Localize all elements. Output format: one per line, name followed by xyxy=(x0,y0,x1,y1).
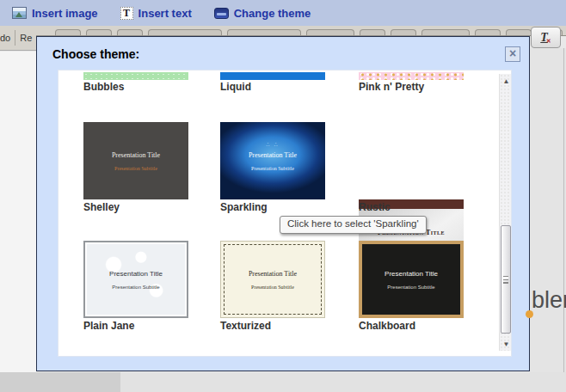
slide-subtitle: Presentation Subtitle xyxy=(387,285,434,290)
toolbar-stub xyxy=(306,29,354,35)
slide-title: Presentation Title xyxy=(385,270,438,278)
close-icon[interactable]: × xyxy=(505,46,520,62)
slide-subtitle: Presentation Subtitle xyxy=(251,166,294,171)
insert-text-icon: T xyxy=(120,7,133,20)
toolbar-stub xyxy=(421,29,470,35)
theme-label-texturized[interactable]: Texturized xyxy=(220,320,341,332)
panel-border xyxy=(563,48,564,372)
background-left-area xyxy=(0,52,36,372)
background-toolbar-row xyxy=(0,26,566,36)
theme-thumbnail-texturized[interactable]: Presentation Title Presentation Subtitle xyxy=(220,241,325,318)
background-bottom-left-block xyxy=(0,372,120,392)
tooltip: Click here to select 'Sparkling' xyxy=(280,216,427,234)
theme-thumbnail-bubbles[interactable] xyxy=(83,72,188,80)
insert-text-label: Insert text xyxy=(138,7,192,20)
slide-title: Presentation Title xyxy=(112,151,160,159)
slide-subtitle: Presentation Subtitle xyxy=(251,285,294,290)
redo-button-partial[interactable]: Re xyxy=(20,33,32,43)
slide-subtitle: Presentation Subtitle xyxy=(112,285,159,290)
screen: Insert image T Insert text Change theme … xyxy=(0,0,566,392)
scrollbar[interactable]: ▲ ▼ xyxy=(499,74,512,351)
theme-list: Bubbles Liquid Pink n' Pretty Presentati… xyxy=(58,70,512,357)
top-toolbar: Insert image T Insert text Change theme xyxy=(0,0,566,26)
scrollbar-grip xyxy=(503,276,508,284)
change-theme-button[interactable]: Change theme xyxy=(214,7,311,20)
theme-label-bubbles[interactable]: Bubbles xyxy=(83,81,204,93)
theme-thumbnail-plain-jane[interactable]: Presentation Title Presentation Subtitle xyxy=(83,241,188,318)
theme-label-shelley[interactable]: Shelley xyxy=(83,201,204,213)
slide-title: Presentation Title xyxy=(249,270,297,278)
background-orange-dot xyxy=(526,310,533,318)
toolbar-stub xyxy=(117,29,143,35)
theme-label-liquid[interactable]: Liquid xyxy=(220,81,341,93)
toolbar-stub xyxy=(506,29,532,35)
theme-thumbnail-shelley[interactable]: Presentation Title Presentation Subtitle xyxy=(83,122,188,199)
scroll-up-icon[interactable]: ▲ xyxy=(500,74,512,88)
theme-label-sparkling[interactable]: Sparkling xyxy=(220,201,341,213)
toolbar-stub xyxy=(360,29,385,35)
background-partial-text: bler xyxy=(532,287,566,314)
theme-thumbnail-chalkboard[interactable]: Presentation Title Presentation Subtitle xyxy=(359,241,464,318)
toolbar-stub xyxy=(86,29,112,35)
change-theme-icon xyxy=(214,8,229,19)
background-bottom-area xyxy=(0,372,566,392)
change-theme-label: Change theme xyxy=(234,7,311,20)
toolbar-stub xyxy=(475,29,501,35)
insert-image-icon xyxy=(12,7,27,19)
slide-title: Presentation Title xyxy=(249,151,297,159)
divider xyxy=(15,30,15,46)
insert-text-button[interactable]: T Insert text xyxy=(120,7,192,20)
background-right-area: bler xyxy=(530,48,566,372)
theme-thumbnail-pink-n-pretty[interactable] xyxy=(359,72,464,80)
background-undo-redo: do Re xyxy=(0,26,36,51)
insert-image-button[interactable]: Insert image xyxy=(12,7,98,20)
theme-thumbnail-sparkling[interactable]: Presentation Title Presentation Subtitle xyxy=(220,122,325,199)
theme-label-rustic[interactable]: Rustic xyxy=(359,201,479,213)
theme-label-chalkboard[interactable]: Chalkboard xyxy=(359,320,479,332)
scrollbar-thumb[interactable] xyxy=(501,225,511,334)
theme-label-pink-n-pretty[interactable]: Pink n' Pretty xyxy=(359,81,479,93)
insert-image-label: Insert image xyxy=(32,7,98,20)
theme-label-plain-jane[interactable]: Plain Jane xyxy=(83,320,204,332)
theme-thumbnail-liquid[interactable] xyxy=(220,72,325,80)
red-x-icon: ✕ xyxy=(546,38,551,45)
scroll-down-icon[interactable]: ▼ xyxy=(500,337,512,351)
remove-text-button[interactable]: T ✕ xyxy=(531,27,561,48)
toolbar-stub xyxy=(227,29,301,35)
undo-button-partial[interactable]: do xyxy=(0,33,10,43)
toolbar-stub xyxy=(55,29,81,35)
toolbar-stub xyxy=(148,29,222,35)
toolbar-stub xyxy=(391,29,416,35)
slide-title: Presentation Title xyxy=(109,270,163,278)
dialog-title: Choose theme: xyxy=(52,47,139,61)
choose-theme-dialog: Choose theme: × Bubbles Liquid Pink n' P… xyxy=(36,36,530,371)
slide-subtitle: Presentation Subtitle xyxy=(114,166,157,171)
